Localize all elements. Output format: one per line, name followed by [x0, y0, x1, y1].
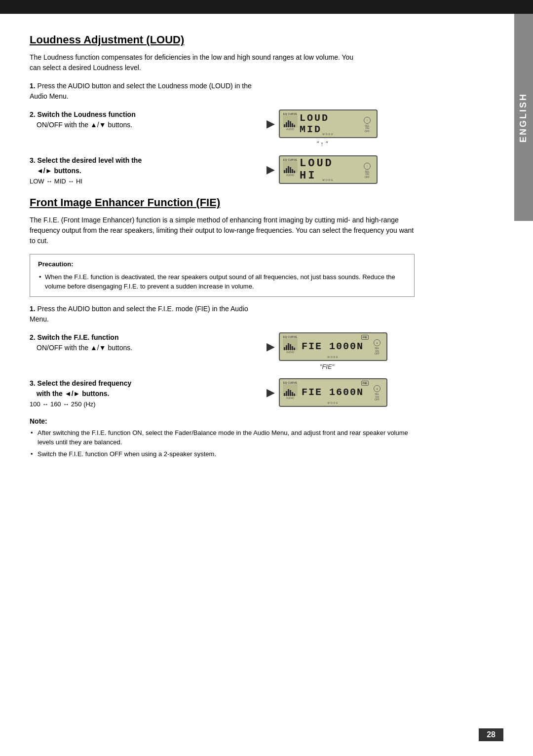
fie-step2-bold: Switch the F.I.E. function [38, 333, 119, 341]
svg-rect-11 [290, 167, 291, 173]
svg-rect-19 [292, 346, 293, 350]
fie-step3-normal: with the ◄/► buttons. [37, 390, 109, 397]
loud-step2-normal: ON/OFF with the ▲/▼ buttons. [37, 121, 132, 129]
fie-step2-normal: ON/OFF with the ▲/▼ buttons. [37, 344, 132, 352]
main-content: Loudness Adjustment (LOUD) The Loudness … [0, 14, 503, 480]
loud-step3-text: 3. Select the desired level with the ◄/►… [30, 155, 257, 186]
top-bar [0, 0, 533, 14]
fie-step1: 1. Press the AUDIO button and select the… [30, 304, 474, 324]
knob-icon: ↑ [364, 117, 371, 124]
loud-mid-lcd: EQ CURVE AUDIO [279, 109, 378, 138]
loud-step3-number: 3. [30, 156, 36, 164]
fie-step2: 2. Switch the F.I.E. function ON/OFF wit… [30, 332, 474, 370]
precaution-box: Precaution: When the F.I.E. function is … [30, 254, 415, 297]
fie-step1-number: 1. [30, 305, 36, 313]
loud-levels: LOW ↔ MID ↔ HI [30, 178, 82, 185]
fie-step3-number: 3. [30, 379, 36, 387]
mode-label: MODE [298, 133, 359, 136]
loud-step2-number: 2. [30, 110, 36, 118]
fie-description: The F.I.E. (Front Image Enhancer) functi… [30, 215, 415, 246]
loud-step3-normal: ◄/► buttons. [37, 167, 81, 175]
loud-hi-lcd: EQ CURVE AUDIO LOUD HI [279, 155, 378, 184]
fie-section-title: Front Image Enhancer Function (FIE) [30, 196, 474, 209]
english-tab: ENGLISH [514, 14, 533, 221]
knob-icon-4: ● [374, 385, 381, 392]
svg-rect-23 [286, 391, 287, 396]
knob-icon-2: ↑ [364, 163, 371, 170]
svg-rect-1 [284, 124, 285, 127]
loud-step3-display-row: ▶ EQ CURVE AUDIO [266, 155, 378, 184]
sel-label-2: SELONOFF [365, 171, 370, 179]
fie-1600n-lcd: EQ CURVE AUDIO FIE 1600 [279, 378, 387, 407]
note-item-1: After switching the F.I.E. function ON, … [30, 428, 415, 447]
audio-label: AUDIO [286, 128, 294, 131]
loud-step3: 3. Select the desired level with the ◄/►… [30, 155, 474, 186]
svg-rect-25 [290, 390, 291, 396]
sel-label-4: SELONOFF [375, 393, 380, 401]
side-tab-label: ENGLISH [518, 93, 528, 143]
svg-rect-8 [284, 170, 285, 173]
note-section: Note: After switching the F.I.E. functio… [30, 417, 415, 459]
loud-step2-text: 2. Switch the Loudness function ON/OFF w… [30, 109, 257, 130]
loud-step1-number: 1. [30, 82, 36, 90]
loud-mid-caption: " ↑ " [316, 140, 328, 147]
loud-step1-text: 1. Press the AUDIO button and select the… [30, 81, 257, 102]
svg-rect-9 [286, 168, 287, 173]
loud-section-title: Loudness Adjustment (LOUD) [30, 34, 474, 46]
sel-label: SELONOFF [365, 125, 370, 133]
svg-rect-16 [286, 345, 287, 350]
fie-step1-content: Press the AUDIO button and select the F.… [30, 305, 248, 323]
loud-step2-bold: Switch the Loudness function [38, 110, 136, 118]
arrow-icon-2: ▶ [266, 163, 275, 176]
page-number: 28 [479, 728, 503, 741]
loud-step2-display-row: ▶ EQ CURVE [266, 109, 378, 138]
loud-step2: 2. Switch the Loudness function ON/OFF w… [30, 109, 474, 147]
eq-curve-graphic-2 [283, 161, 298, 173]
precaution-item-1: When the F.I.E. function is deactivated,… [38, 272, 406, 291]
svg-rect-4 [290, 121, 291, 127]
fie-badge-2: FIE [361, 381, 369, 386]
precaution-title: Precaution: [38, 259, 406, 269]
loud-description: The Loudness function compensates for de… [30, 52, 365, 73]
svg-rect-3 [288, 120, 289, 127]
audio-label-4: AUDIO [286, 396, 294, 399]
svg-rect-18 [290, 344, 291, 350]
arrow-icon-4: ▶ [266, 386, 275, 399]
svg-rect-24 [288, 389, 289, 396]
svg-rect-13 [294, 171, 295, 173]
sel-label-3: SELONOFF [375, 347, 380, 356]
loud-mid-text: LOUD MID [300, 112, 358, 135]
svg-rect-17 [288, 343, 289, 350]
fie-step3-bold: Select the desired frequency [38, 379, 132, 387]
arrow-icon: ▶ [266, 117, 275, 130]
fie-badge: FIE [361, 335, 369, 340]
note-item-2: Switch the F.I.E. function OFF when usin… [30, 449, 415, 459]
fie-step3-display: ▶ EQ CURVE AUDIO [266, 378, 387, 407]
svg-rect-5 [292, 123, 293, 127]
fie-step3: 3. Select the desired frequency with the… [30, 378, 474, 409]
svg-rect-22 [284, 393, 285, 396]
fie-levels: 100 ↔ 160 ↔ 250 (Hz) [30, 400, 96, 408]
eq-curve-graphic [283, 115, 298, 127]
knob-icon-3: ● [374, 339, 381, 346]
svg-rect-26 [292, 392, 293, 396]
fie-step2-number: 2. [30, 333, 36, 341]
fie-1000n-text: FIE 1000N [302, 341, 364, 352]
svg-rect-6 [294, 125, 295, 127]
loud-step1-content: Press the AUDIO button and select the Lo… [30, 82, 252, 100]
svg-rect-2 [286, 122, 287, 127]
eq-curve-graphic-4 [283, 384, 298, 396]
fie-step1-text: 1. Press the AUDIO button and select the… [30, 304, 257, 324]
fie-1000n-lcd: EQ CURVE AUDIO FIE 1000 [279, 332, 387, 361]
arrow-icon-3: ▶ [266, 340, 275, 353]
fie-step2-caption: "FIE" [320, 363, 334, 370]
fie-1600n-text: FIE 1600N [302, 387, 364, 398]
loud-step3-display: ▶ EQ CURVE AUDIO [266, 155, 378, 184]
fie-step2-text: 2. Switch the F.I.E. function ON/OFF wit… [30, 332, 257, 353]
fie-step2-display: ▶ EQ CURVE AUDIO [266, 332, 387, 370]
fie-step3-display-row: ▶ EQ CURVE AUDIO [266, 378, 387, 407]
svg-rect-27 [294, 394, 295, 396]
loud-step1: 1. Press the AUDIO button and select the… [30, 81, 474, 102]
eq-curve-graphic-3 [283, 338, 298, 350]
mode-label-2: MODE [298, 179, 359, 181]
